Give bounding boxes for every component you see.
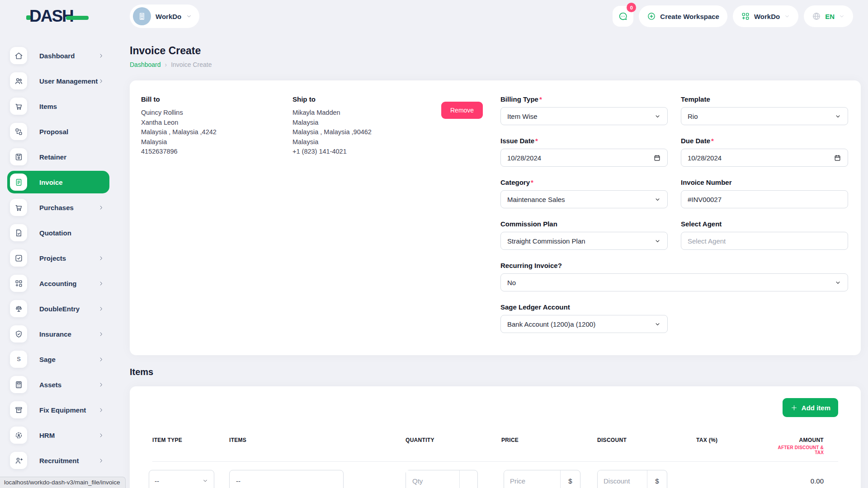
retainer-icon bbox=[10, 148, 27, 165]
col-price: PRICE bbox=[501, 437, 597, 455]
workspace-switcher[interactable]: WorkDo bbox=[130, 5, 199, 28]
col-tax: TAX (%) bbox=[696, 437, 778, 455]
chevron-right-icon bbox=[98, 78, 104, 84]
sidebar-item-quotation[interactable]: Quotation bbox=[7, 221, 109, 244]
issue-date-input[interactable]: 10/28/2024 bbox=[500, 149, 668, 167]
sage-ledger-field: Sage Ledger Account Bank Account (1200)a… bbox=[500, 303, 668, 333]
item-type-select[interactable]: -- bbox=[149, 470, 214, 488]
building-icon bbox=[137, 12, 146, 21]
create-workspace-button[interactable]: Create Workspace bbox=[639, 5, 727, 27]
breadcrumb-separator: › bbox=[165, 61, 167, 68]
sidebar-item-hrm[interactable]: HRM bbox=[7, 424, 109, 446]
sidebar-item-projects[interactable]: Projects bbox=[7, 247, 109, 269]
sage-ledger-select[interactable]: Bank Account (1200)a (1200) bbox=[500, 315, 668, 333]
category-select[interactable]: Maintenance Sales bbox=[500, 190, 668, 208]
square-check-icon bbox=[10, 249, 27, 267]
create-workspace-label: Create Workspace bbox=[660, 13, 719, 20]
sidebar-item-label: Retainer bbox=[39, 153, 66, 161]
recurring-invoice-select[interactable]: No bbox=[500, 273, 848, 291]
archive-box-icon bbox=[10, 401, 27, 418]
items-card: Add item ITEM TYPE ITEMS QUANTITY PRICE … bbox=[130, 386, 861, 488]
chevron-right-icon bbox=[98, 407, 104, 413]
select-agent-input[interactable] bbox=[681, 232, 848, 250]
messages-button[interactable]: 0 bbox=[613, 6, 633, 27]
commission-plan-select[interactable]: Straight Commission Plan bbox=[500, 232, 668, 250]
chevron-down-icon bbox=[784, 13, 790, 19]
logo-dash-bar bbox=[66, 16, 89, 20]
sidebar-item-invoice[interactable]: Invoice bbox=[7, 171, 109, 193]
template-select[interactable]: Rio bbox=[681, 107, 848, 125]
top-header: DASH WorkDo 0 Create Workspace WorkDo EN bbox=[0, 0, 868, 33]
sidebar-item-label: Proposal bbox=[39, 128, 68, 136]
price-currency-addon: $ bbox=[560, 470, 580, 488]
workflow-icon bbox=[10, 123, 27, 140]
sidebar-item-assets[interactable]: Assets bbox=[7, 373, 109, 396]
invoice-number-label: Invoice Number bbox=[681, 178, 848, 186]
due-date-input[interactable]: 10/28/2024 bbox=[681, 149, 848, 167]
sidebar-item-accounting[interactable]: Accounting bbox=[7, 272, 109, 295]
status-url-tooltip: localhost/workdo-dash-v3/main_file/invoi… bbox=[0, 477, 126, 488]
calculator-icon bbox=[10, 376, 27, 393]
chevron-right-icon bbox=[98, 382, 104, 388]
scales-icon bbox=[10, 300, 27, 317]
sidebar-item-retainer[interactable]: Retainer bbox=[7, 145, 109, 168]
remove-customer-button[interactable]: Remove bbox=[441, 102, 483, 119]
sidebar-item-items[interactable]: Items bbox=[7, 95, 109, 117]
target-user-icon bbox=[10, 427, 27, 444]
chevron-right-icon bbox=[98, 458, 104, 464]
quantity-input[interactable] bbox=[406, 470, 459, 488]
items-select[interactable]: -- bbox=[229, 470, 344, 488]
chevron-right-icon bbox=[98, 306, 104, 312]
ship-to-line: Malaysia bbox=[292, 118, 441, 128]
sidebar-item-recruitment[interactable]: Recruitment bbox=[7, 449, 109, 472]
category-label: Category* bbox=[500, 178, 668, 186]
billing-type-label: Billing Type* bbox=[500, 95, 668, 103]
quantity-stepper[interactable] bbox=[406, 470, 478, 488]
ship-to-line: Malaysia bbox=[292, 137, 441, 147]
bill-to-line: 4152637896 bbox=[141, 147, 292, 157]
sidebar-item-label: Fix Equipment bbox=[39, 406, 86, 414]
invoice-number-input[interactable] bbox=[681, 190, 848, 208]
template-field: Template Rio bbox=[681, 95, 848, 125]
chevron-right-icon bbox=[98, 205, 104, 211]
sidebar-item-proposal[interactable]: Proposal bbox=[7, 120, 109, 143]
sidebar-item-purchases[interactable]: Purchases bbox=[7, 196, 109, 219]
chevron-down-icon bbox=[835, 113, 841, 120]
user-plus-icon bbox=[10, 452, 27, 469]
sidebar-item-label: Accounting bbox=[39, 280, 77, 287]
language-selector[interactable]: EN bbox=[804, 5, 853, 27]
sidebar-item-fix-equipment[interactable]: Fix Equipment bbox=[7, 399, 109, 421]
items-section-title: Items bbox=[130, 367, 861, 377]
sidebar-item-label: DoubleEntry bbox=[39, 305, 80, 313]
chevron-right-icon bbox=[98, 255, 104, 261]
sidebar-item-user-management[interactable]: User Management bbox=[7, 70, 109, 92]
quantity-spin-buttons[interactable] bbox=[459, 470, 477, 488]
calendar-icon[interactable] bbox=[653, 154, 661, 162]
breadcrumb-dashboard-link[interactable]: Dashboard bbox=[130, 61, 161, 68]
sidebar-item-label: Sage bbox=[39, 356, 56, 363]
discount-input[interactable] bbox=[598, 470, 647, 488]
sidebar-item-dashboard[interactable]: Dashboard bbox=[7, 44, 109, 67]
breadcrumb-current: Invoice Create bbox=[171, 61, 212, 68]
bill-to-title: Bill to bbox=[141, 95, 292, 103]
bill-to-line: Xantha Leon bbox=[141, 118, 292, 128]
workspace-avatar bbox=[133, 7, 151, 25]
sidebar-item-insurance[interactable]: Insurance bbox=[7, 323, 109, 345]
template-label: Template bbox=[681, 95, 848, 103]
billing-type-field: Billing Type* Item Wise bbox=[500, 95, 668, 125]
doc-check-icon bbox=[10, 224, 27, 241]
sidebar-item-doubleentry[interactable]: DoubleEntry bbox=[7, 297, 109, 320]
billing-type-select[interactable]: Item Wise bbox=[500, 107, 668, 125]
app-logo[interactable]: DASH bbox=[26, 7, 89, 26]
tax-cell bbox=[696, 470, 778, 488]
price-input[interactable] bbox=[504, 470, 560, 488]
ship-to-title: Ship to bbox=[292, 95, 441, 103]
calendar-icon[interactable] bbox=[834, 154, 841, 162]
sidebar-item-sage[interactable]: SSage bbox=[7, 348, 109, 371]
issue-date-label: Issue Date* bbox=[500, 137, 668, 145]
workspace-menu-button[interactable]: WorkDo bbox=[733, 5, 798, 27]
grid-plus-icon bbox=[741, 12, 750, 21]
bill-to-block: Bill to Quincy Rollins Xantha Leon Malay… bbox=[141, 95, 292, 355]
add-item-button[interactable]: Add item bbox=[783, 398, 838, 417]
plus-circle-icon bbox=[647, 12, 656, 21]
